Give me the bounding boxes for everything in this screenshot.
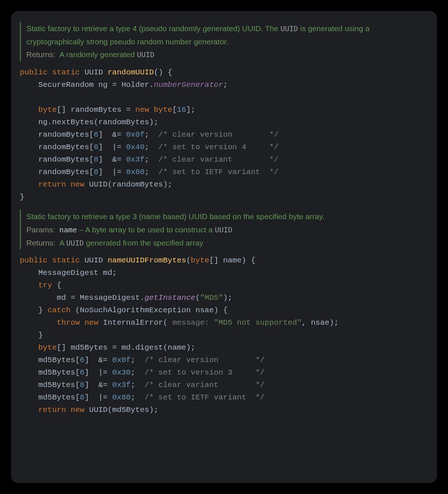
javadoc-returns: Returns: A UUID generated from the speci… bbox=[26, 236, 428, 250]
javadoc-randomuuid: Static factory to retrieve a type 4 (pse… bbox=[20, 22, 428, 61]
javadoc-params: Params: name – A byte array to be used t… bbox=[26, 223, 428, 236]
javadoc-nameuuidfrombytes: Static factory to retrieve a type 3 (nam… bbox=[20, 210, 428, 249]
javadoc-description: Static factory to retrieve a type 3 (nam… bbox=[26, 210, 428, 223]
javadoc-description: Static factory to retrieve a type 4 (pse… bbox=[26, 22, 428, 48]
method-nameuuidfrombytes[interactable]: public static UUID nameUUIDFromBytes(byt… bbox=[20, 254, 428, 416]
code-editor-panel: Static factory to retrieve a type 4 (pse… bbox=[11, 11, 437, 483]
javadoc-returns: Returns: A randomly generated UUID bbox=[26, 48, 428, 61]
method-randomuuid[interactable]: public static UUID randomUUID() { Secure… bbox=[20, 66, 428, 203]
